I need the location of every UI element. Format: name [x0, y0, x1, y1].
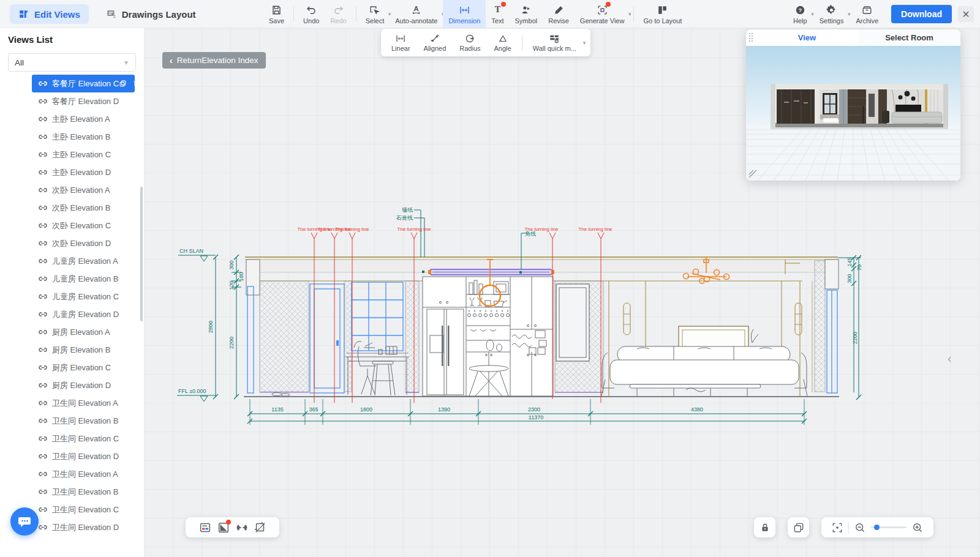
revise-tool-button[interactable]: Revise — [543, 0, 575, 28]
aligned-dimension-button[interactable]: Aligned — [417, 33, 453, 52]
lock-button[interactable] — [754, 517, 775, 537]
views-sidebar: Views List All ▼ 客餐厅 Elevation C 客餐 — [0, 28, 145, 557]
view-list-item[interactable]: 儿童房 Elevation D — [0, 305, 144, 323]
view-list-item[interactable]: 厨房 Elevation A — [0, 323, 144, 341]
toolbar-center: Save Undo Redo Select ▾ A Auto-annotate … — [263, 0, 687, 28]
view-list-item[interactable]: 儿童房 Elevation B — [0, 270, 144, 288]
divider — [522, 35, 522, 51]
view-list-item[interactable]: 次卧 Elevation A — [0, 181, 144, 199]
svg-text:2300: 2300 — [528, 406, 540, 413]
go-to-layout-button[interactable]: Go to Layout — [638, 0, 687, 28]
zoom-slider[interactable] — [871, 526, 907, 528]
view-label: 卫生间 Elevation A — [52, 469, 118, 480]
connector-icon[interactable] — [235, 520, 249, 535]
view-list-item[interactable]: 次卧 Elevation D — [0, 234, 144, 252]
views-list-title: Views List — [8, 34, 53, 45]
view-label: 儿童房 Elevation A — [52, 256, 118, 267]
download-button[interactable]: Download — [891, 5, 952, 23]
zoom-in-icon[interactable] — [911, 521, 924, 534]
angle-dimension-button[interactable]: Angle — [488, 33, 518, 52]
select-tool-button[interactable]: Select ▾ — [360, 0, 390, 28]
view-list-item[interactable]: 客餐厅 Elevation D — [0, 92, 144, 110]
view-list-item[interactable]: 卫生间 Elevation B — [0, 412, 144, 430]
tab-select-room[interactable]: Select Room — [858, 29, 960, 46]
elevation-drawing[interactable]: .tl{stroke:#0e756d;stroke-width:1;fill:n… — [172, 199, 870, 432]
link-icon — [38, 327, 48, 337]
fit-screen-icon[interactable] — [831, 521, 843, 534]
view-list-item[interactable]: 厨房 Elevation C — [0, 359, 144, 376]
crop-view-icon[interactable] — [253, 520, 268, 535]
generate-view-button[interactable]: Generate View ▾ — [575, 0, 630, 28]
close-icon[interactable]: ✕ — [958, 6, 974, 22]
dimension-tool-button[interactable]: Dimension — [443, 0, 486, 28]
view-list-item[interactable]: 次卧 Elevation B — [0, 199, 144, 217]
view-label: 卫生间 Elevation B — [52, 487, 118, 498]
svg-text:The turning line: The turning line — [335, 226, 369, 232]
tab-label: Drawings Layout — [122, 9, 196, 20]
view-list-item[interactable]: 厨房 Elevation B — [0, 341, 144, 359]
view-list-item[interactable]: 主卧 Elevation D — [0, 163, 144, 181]
view-list-item[interactable]: 主卧 Elevation C — [0, 146, 144, 163]
view-list-item[interactable]: 卫生间 Elevation B — [0, 483, 144, 501]
svg-text:1390: 1390 — [438, 406, 450, 413]
tab-view[interactable]: View — [756, 29, 858, 46]
view-label: 卫生间 Elevation B — [52, 416, 118, 427]
return-elevation-index-button[interactable]: ‹ ReturnElevation Index — [162, 52, 266, 69]
link-icon — [38, 416, 48, 425]
background-fill-icon[interactable] — [216, 520, 231, 535]
wall-quick-measure-button[interactable]: Wall quick m... — [526, 33, 583, 52]
help-button[interactable]: ? Help ▾ — [788, 0, 813, 28]
resize-handle-icon[interactable] — [748, 170, 757, 178]
link-icon — [38, 79, 48, 88]
view-list-item[interactable]: 次卧 Elevation C — [0, 217, 144, 234]
view-label: 客餐厅 Elevation C — [52, 78, 119, 89]
toolbar-right: ? Help ▾ Settings ▾ Archive Download ✕ — [788, 0, 974, 28]
zoom-out-icon[interactable] — [854, 521, 866, 534]
duplicate-view-button[interactable] — [788, 517, 809, 537]
svg-text:11370: 11370 — [529, 414, 543, 421]
view-list-item[interactable]: 卫生间 Elevation C — [0, 430, 144, 447]
view-list-item[interactable]: 卫生间 Elevation A — [0, 465, 144, 483]
view-list-item[interactable]: 卫生间 Elevation A — [0, 394, 144, 412]
chevron-down-icon[interactable]: ▾ — [583, 40, 586, 46]
room-3d-preview[interactable] — [746, 46, 960, 181]
collapse-panel-icon[interactable]: ‹ — [948, 351, 952, 365]
zoom-slider-knob[interactable] — [874, 525, 880, 530]
layout-icon — [657, 4, 669, 16]
view-list-item[interactable]: 儿童房 Elevation A — [0, 252, 144, 270]
tab-drawings-layout[interactable]: Drawings Layout — [97, 4, 205, 24]
redo-button[interactable]: Redo — [325, 0, 352, 28]
duplicate-icon[interactable] — [119, 80, 127, 88]
link-icon — [38, 221, 48, 230]
text-icon: T — [491, 4, 503, 16]
auto-annotate-button[interactable]: A Auto-annotate ▾ — [390, 0, 443, 28]
chat-button[interactable] — [10, 507, 39, 536]
view-list-item[interactable]: 客餐厅 Elevation C — [32, 75, 135, 92]
drag-handle-icon[interactable] — [746, 29, 756, 46]
trash-icon[interactable] — [132, 80, 140, 88]
notification-dot — [226, 520, 231, 525]
view-label: 次卧 Elevation B — [52, 203, 110, 214]
svg-text:180: 180 — [238, 272, 244, 281]
sidebar-scrollbar[interactable] — [140, 187, 143, 321]
symbol-tool-button[interactable]: Symbol — [510, 0, 543, 28]
radius-dimension-button[interactable]: Radius — [453, 33, 487, 52]
linear-dimension-button[interactable]: Linear — [385, 33, 417, 52]
view-list-item[interactable]: 卫生间 Elevation D — [0, 447, 144, 465]
view-list-item[interactable]: 主卧 Elevation A — [0, 110, 144, 128]
view-list-item[interactable]: 儿童房 Elevation C — [0, 288, 144, 305]
link-icon — [38, 487, 48, 496]
archive-button[interactable]: Archive — [850, 0, 884, 28]
view-list-item[interactable]: 厨房 Elevation D — [0, 376, 144, 394]
drawing-style-icon[interactable] — [198, 520, 213, 535]
undo-button[interactable]: Undo — [298, 0, 325, 28]
views-filter-select[interactable]: All ▼ — [8, 53, 136, 72]
divider — [848, 522, 849, 533]
link-icon — [38, 452, 48, 461]
settings-button[interactable]: Settings ▾ — [814, 0, 850, 28]
tab-edit-views[interactable]: Edit Views — [10, 4, 89, 24]
view-list-item[interactable]: 主卧 Elevation B — [0, 128, 144, 146]
text-tool-button[interactable]: T Text — [486, 0, 509, 28]
svg-text:120: 120 — [228, 280, 235, 290]
save-button[interactable]: Save — [263, 0, 290, 28]
